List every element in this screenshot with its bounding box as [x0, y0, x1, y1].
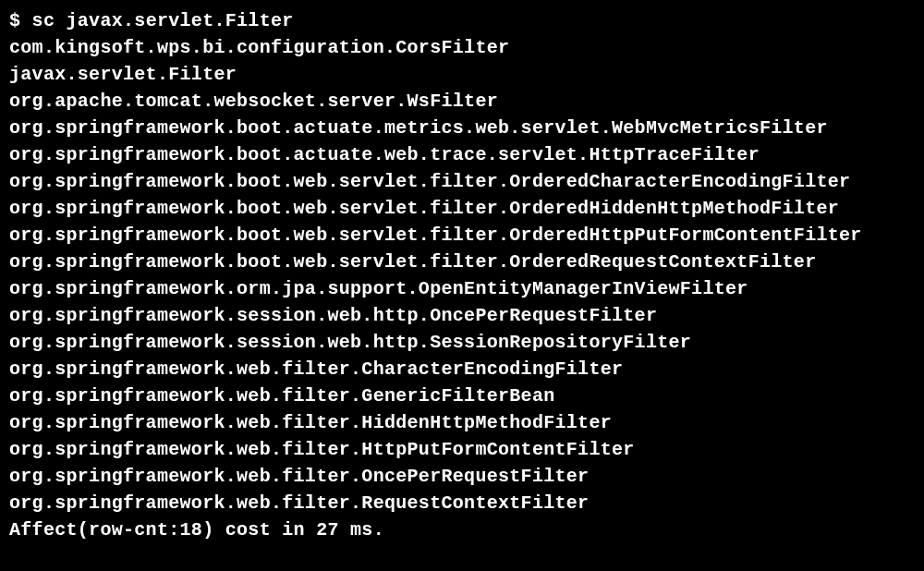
output-line: org.springframework.web.filter.RequestCo… [9, 490, 915, 516]
output-line: org.springframework.session.web.http.Ses… [9, 329, 915, 356]
output-line: org.springframework.boot.web.servlet.fil… [9, 249, 915, 275]
summary-line: Affect(row-cnt:18) cost in 27 ms. [9, 516, 915, 543]
output-line: org.springframework.web.filter.HiddenHtt… [9, 409, 915, 436]
output-line: org.springframework.web.filter.Character… [9, 356, 915, 383]
output-line: org.springframework.orm.jpa.support.Open… [9, 275, 915, 302]
output-line: org.springframework.session.web.http.Onc… [9, 302, 915, 329]
output-line: com.kingsoft.wps.bi.configuration.CorsFi… [9, 34, 915, 61]
output-line: org.springframework.boot.web.servlet.fil… [9, 222, 915, 249]
output-line: org.springframework.boot.actuate.web.tra… [9, 141, 915, 168]
output-line: org.springframework.boot.web.servlet.fil… [9, 195, 915, 222]
output-line: org.springframework.web.filter.HttpPutFo… [9, 436, 915, 463]
shell-prompt: $ [9, 10, 32, 31]
output-line: org.springframework.web.filter.OncePerRe… [9, 463, 915, 490]
command-line: $ sc javax.servlet.Filter [9, 7, 915, 34]
output-line: javax.servlet.Filter [9, 61, 915, 88]
output-line: org.springframework.boot.actuate.metrics… [9, 115, 915, 141]
output-line: org.springframework.web.filter.GenericFi… [9, 383, 915, 409]
output-line: org.apache.tomcat.websocket.server.WsFil… [9, 88, 915, 115]
command-text: sc javax.servlet.Filter [32, 10, 294, 31]
output-line: org.springframework.boot.web.servlet.fil… [9, 168, 915, 195]
terminal-output: $ sc javax.servlet.Filter com.kingsoft.w… [9, 7, 915, 543]
